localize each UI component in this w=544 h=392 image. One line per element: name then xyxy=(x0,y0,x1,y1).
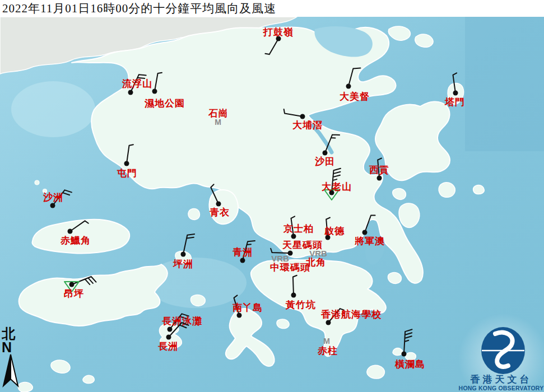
wind-map-screen: 打鼓嶺流浮山濕地公園M石崗大美督塔門大埔滘沙田屯門西貢沙洲大老山青衣赤鱲角京士柏… xyxy=(0,0,544,392)
station-label: 京士柏 xyxy=(283,223,314,234)
kau-sai-chau-island xyxy=(399,203,420,227)
station-label: 大埔滘 xyxy=(292,120,323,130)
station-dot xyxy=(237,313,242,318)
station-dot xyxy=(326,320,331,325)
station-dot xyxy=(152,89,157,94)
waglan-islet xyxy=(393,348,402,356)
station-label: 沙田 xyxy=(314,156,335,167)
station-status-text: M xyxy=(323,337,330,346)
station-label: 屯門 xyxy=(117,168,137,179)
station-label: 赤鱲角 xyxy=(60,235,91,246)
station-dot xyxy=(346,84,351,89)
ma-wan-island xyxy=(188,209,199,220)
brothers-islet-1 xyxy=(35,180,39,185)
station-label: 流浮山 xyxy=(122,78,152,89)
station-label: 大老山 xyxy=(322,181,352,192)
station-dot xyxy=(124,161,129,166)
po-toi-island xyxy=(367,365,384,379)
station-dot xyxy=(68,229,73,234)
soko-islet-2 xyxy=(83,375,94,383)
tung-lung-chau-island xyxy=(388,273,401,284)
hko-logo-icon xyxy=(458,324,544,374)
station-label: 長洲 xyxy=(158,341,178,352)
station-dot xyxy=(216,202,221,207)
station-dot xyxy=(168,327,173,332)
station-dot xyxy=(291,293,296,298)
station-label: 西貢 xyxy=(369,165,389,175)
ninepin-islands xyxy=(473,185,485,194)
station-label: 打鼓嶺 xyxy=(263,27,294,38)
station-label: 南丫島 xyxy=(233,302,263,313)
station-label: 橫瀾島 xyxy=(394,359,425,370)
north-label-en: N xyxy=(1,340,23,354)
station-label: 長洲泳灘 xyxy=(162,316,202,326)
station-label: 石崗 xyxy=(208,108,229,119)
hko-logo-name-zh: 香港天文台 xyxy=(458,375,544,385)
map-title-bar: 2022年11月01日16時00分的十分鐘平均風向及風速 xyxy=(0,0,544,17)
high-island xyxy=(439,183,455,198)
station-dot xyxy=(402,352,407,357)
station-dot xyxy=(240,258,245,263)
north-arrow-icon xyxy=(1,354,20,390)
station-label: 沙洲 xyxy=(43,192,63,203)
north-indicator: 北 N xyxy=(1,327,23,390)
hei-ling-chau-island xyxy=(190,295,205,306)
station-dot xyxy=(166,335,171,340)
ap-lei-chau-island xyxy=(277,319,289,329)
north-label-zh: 北 xyxy=(1,327,23,340)
station-label: 香港航海學校 xyxy=(320,309,382,320)
station-label: 青洲 xyxy=(233,247,253,258)
station-label: 中環碼頭 xyxy=(270,262,310,273)
station-dot xyxy=(50,203,55,208)
station-label: 黃竹坑 xyxy=(285,299,316,310)
station-dot xyxy=(377,176,382,181)
sea-mirs-bay xyxy=(465,11,544,151)
station-label: 昂坪 xyxy=(64,288,84,299)
station-dot xyxy=(69,282,75,287)
map-title: 2022年11月01日16時00分的十分鐘平均風向及風速 xyxy=(0,1,276,16)
station-label: 啟德 xyxy=(324,226,345,236)
station-dot xyxy=(128,90,133,95)
station-label: 濕地公園 xyxy=(144,98,185,109)
station-label: 赤柱 xyxy=(317,346,338,356)
station-label: 北角 xyxy=(305,257,326,268)
station-label: 大美督 xyxy=(340,91,370,102)
station-status-text: M xyxy=(215,118,221,127)
station-dot xyxy=(323,151,328,156)
station-label: 青衣 xyxy=(210,207,230,218)
station-dot xyxy=(291,234,296,239)
station-dot xyxy=(300,114,305,119)
sea-shallow-deep-bay xyxy=(11,81,95,137)
station-dot xyxy=(453,91,458,96)
hko-logo-name-en: HONG KONG OBSERVATORY xyxy=(458,385,544,391)
station-label: 坪洲 xyxy=(173,259,193,269)
station-label: 將軍澳 xyxy=(354,236,385,246)
hko-logo: 香港天文台 HONG KONG OBSERVATORY xyxy=(458,324,544,392)
station-label: 塔門 xyxy=(444,97,465,108)
station-dot xyxy=(362,230,368,235)
station-dot xyxy=(181,252,186,257)
